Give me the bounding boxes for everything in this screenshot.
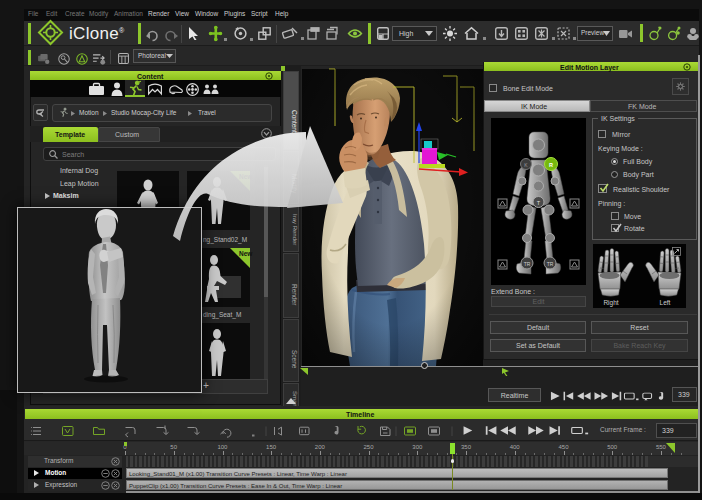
svg-text:TR: TR — [524, 261, 531, 267]
svg-text:R: R — [549, 162, 553, 168]
svg-text:Right: Right — [603, 299, 618, 307]
svg-text:Left: Left — [660, 299, 671, 306]
svg-text:TR: TR — [547, 261, 554, 267]
